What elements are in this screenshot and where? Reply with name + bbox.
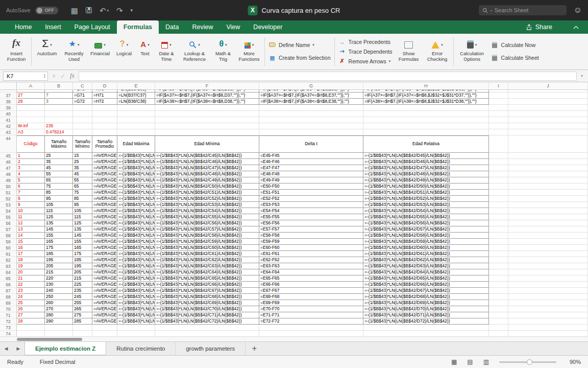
- cell-C65[interactable]: 215: [73, 275, 92, 282]
- cell-I60[interactable]: [489, 245, 508, 251]
- cell-J45[interactable]: [508, 153, 588, 159]
- cell-J41[interactable]: [508, 117, 588, 123]
- cell-F63[interactable]: =-(1/$B$43)*LN(LN($B$42/C63)/LN($B$42)): [155, 263, 259, 269]
- tab-insert[interactable]: Insert: [38, 20, 67, 34]
- cell-E70[interactable]: =-(1/$B$43)*LN(LN($B$42/B70)/LN($B$42)): [117, 306, 155, 312]
- row-header-57[interactable]: 57: [0, 226, 17, 233]
- cell-J57[interactable]: [508, 226, 588, 233]
- cell-I56[interactable]: [489, 220, 508, 226]
- cell-H66[interactable]: =-(1/$B$43)*LN(LN($B$42/D66)/LN($B$42)): [363, 282, 489, 288]
- cell-D55[interactable]: =AVERAGE(B55:C55): [92, 214, 117, 220]
- cell-C50[interactable]: 65: [73, 183, 92, 190]
- tab-page-layout[interactable]: Page Layout: [68, 20, 117, 34]
- cell-F69[interactable]: =-(1/$B$43)*LN(LN($B$42/C69)/LN($B$42)): [155, 300, 259, 306]
- autosum-button[interactable]: Σ▾ AutoSum: [33, 35, 61, 68]
- cell-J69[interactable]: [508, 300, 588, 306]
- cell-H48[interactable]: =-(1/$B$43)*LN(LN($B$42/D48)/LN($B$42)): [363, 171, 489, 177]
- cell-F72[interactable]: =-(1/$B$43)*LN(LN($B$42/C72)/LN($B$42)): [155, 318, 259, 325]
- formula-input[interactable]: [79, 72, 577, 81]
- cell-A70[interactable]: 26: [17, 306, 45, 312]
- row-header-45[interactable]: 45: [0, 153, 17, 159]
- cell-A58[interactable]: 14: [17, 233, 45, 239]
- error-checking-button[interactable]: ▾ Error Checking: [423, 35, 452, 68]
- cell-A73[interactable]: [17, 325, 45, 331]
- cell-D64[interactable]: =AVERAGE(B64:C64): [92, 269, 117, 275]
- cell-H55[interactable]: =-(1/$B$43)*LN(LN($B$42/D55)/LN($B$42)): [363, 214, 489, 220]
- cell-H61[interactable]: =-(1/$B$43)*LN(LN($B$42/D61)/LN($B$42)): [363, 251, 489, 257]
- cell-I62[interactable]: [489, 257, 508, 263]
- cell-C39[interactable]: [73, 105, 92, 111]
- cell-H53[interactable]: =-(1/$B$43)*LN(LN($B$42/D53)/LN($B$42)): [363, 202, 489, 208]
- cell-G61[interactable]: =E61-F61: [259, 251, 363, 257]
- cell-A48[interactable]: 4: [17, 171, 45, 177]
- row-header-54[interactable]: 54: [0, 208, 17, 214]
- cell-I39[interactable]: [489, 105, 508, 111]
- column-header-E[interactable]: E: [117, 82, 155, 89]
- share-button[interactable]: Share: [526, 20, 552, 34]
- row-header-63[interactable]: 63: [0, 263, 17, 269]
- cell-G42[interactable]: [259, 123, 363, 129]
- tab-view[interactable]: View: [219, 20, 247, 34]
- cell-J47[interactable]: [508, 165, 588, 171]
- cell-F53[interactable]: =-(1/$B$43)*LN(LN($B$42/C53)/LN($B$42)): [155, 202, 259, 208]
- cell-H73[interactable]: [363, 325, 489, 331]
- cell-E55[interactable]: =-(1/$B$43)*LN(LN($B$42/B55)/LN($B$42)): [117, 214, 155, 220]
- cell-F61[interactable]: =-(1/$B$43)*LN(LN($B$42/C61)/LN($B$42)): [155, 251, 259, 257]
- cell-H68[interactable]: =-(1/$B$43)*LN(LN($B$42/D68)/LN($B$42)): [363, 294, 489, 300]
- cell-A60[interactable]: 16: [17, 245, 45, 251]
- cell-G47[interactable]: =E47-F47: [259, 165, 363, 171]
- cell-E60[interactable]: =-(1/$B$43)*LN(LN($B$42/B60)/LN($B$42)): [117, 245, 155, 251]
- cell-A67[interactable]: 23: [17, 288, 45, 294]
- cell-B48[interactable]: 55: [45, 171, 73, 177]
- cell-G54[interactable]: =E54-F54: [259, 208, 363, 214]
- cell-E61[interactable]: =-(1/$B$43)*LN(LN($B$42/B61)/LN($B$42)): [117, 251, 155, 257]
- cell-D72[interactable]: =AVERAGE(B72:C72): [92, 318, 117, 325]
- name-box[interactable]: K7 ▲▼: [3, 72, 48, 81]
- cell-E63[interactable]: =-(1/$B$43)*LN(LN($B$42/B63)/LN($B$42)): [117, 263, 155, 269]
- cell-B44[interactable]: Tamaño Máximo: [45, 135, 73, 153]
- row-header-39[interactable]: 39: [0, 105, 17, 111]
- cell-C47[interactable]: 35: [73, 165, 92, 171]
- cell-H56[interactable]: =-(1/$B$43)*LN(LN($B$42/D56)/LN($B$42)): [363, 220, 489, 226]
- cell-D60[interactable]: =AVERAGE(B60:C60): [92, 245, 117, 251]
- show-toolbar-icon[interactable]: ▦: [71, 7, 78, 14]
- cell-I67[interactable]: [489, 288, 508, 294]
- tab-data[interactable]: Data: [159, 20, 185, 34]
- cell-F68[interactable]: =-(1/$B$43)*LN(LN($B$42/C68)/LN($B$42)): [155, 294, 259, 300]
- cell-H52[interactable]: =-(1/$B$43)*LN(LN($B$42/D52)/LN($B$42)): [363, 196, 489, 202]
- column-header-G[interactable]: G: [259, 82, 363, 89]
- text-button[interactable]: A▾ Text: [135, 35, 155, 68]
- row-header-51[interactable]: 51: [0, 190, 17, 196]
- cell-J62[interactable]: [508, 257, 588, 263]
- cell-F40[interactable]: [155, 111, 259, 117]
- cell-B55[interactable]: 125: [45, 214, 73, 220]
- cell-J37[interactable]: [508, 93, 588, 99]
- cell-E67[interactable]: =-(1/$B$43)*LN(LN($B$42/B67)/LN($B$42)): [117, 288, 155, 294]
- cell-I61[interactable]: [489, 251, 508, 257]
- cell-G58[interactable]: =E58-F58: [259, 233, 363, 239]
- cell-B63[interactable]: 205: [45, 263, 73, 269]
- name-box-stepper[interactable]: ▲▼: [43, 74, 47, 79]
- row-header-69[interactable]: 69: [0, 300, 17, 306]
- cell-E59[interactable]: =-(1/$B$43)*LN(LN($B$42/B59)/LN($B$42)): [117, 239, 155, 245]
- cell-F39[interactable]: [155, 105, 259, 111]
- cell-B57[interactable]: 145: [45, 226, 73, 233]
- cell-C69[interactable]: 255: [73, 300, 92, 306]
- cell-E72[interactable]: =-(1/$B$43)*LN(LN($B$42/B72)/LN($B$42)): [117, 318, 155, 325]
- insert-function-button[interactable]: fx Insert Function: [3, 35, 30, 68]
- cell-D70[interactable]: =AVERAGE(B70:C70): [92, 306, 117, 312]
- cell-E40[interactable]: [117, 111, 155, 117]
- cell-A62[interactable]: 18: [17, 257, 45, 263]
- cell-A50[interactable]: 6: [17, 183, 45, 190]
- cell-G71[interactable]: =E71-F71: [259, 312, 363, 318]
- cell-J63[interactable]: [508, 263, 588, 269]
- cell-J51[interactable]: [508, 190, 588, 196]
- cell-C60[interactable]: 165: [73, 245, 92, 251]
- cell-F47[interactable]: =-(1/$B$43)*LN(LN($B$42/C47)/LN($B$42)): [155, 165, 259, 171]
- cell-E43[interactable]: [117, 129, 155, 135]
- cell-C42[interactable]: [73, 123, 92, 129]
- cell-D59[interactable]: =AVERAGE(B59:C59): [92, 239, 117, 245]
- cell-E73[interactable]: [117, 325, 155, 331]
- cell-F66[interactable]: =-(1/$B$43)*LN(LN($B$42/C66)/LN($B$42)): [155, 282, 259, 288]
- cell-G49[interactable]: =E49-F49: [259, 177, 363, 183]
